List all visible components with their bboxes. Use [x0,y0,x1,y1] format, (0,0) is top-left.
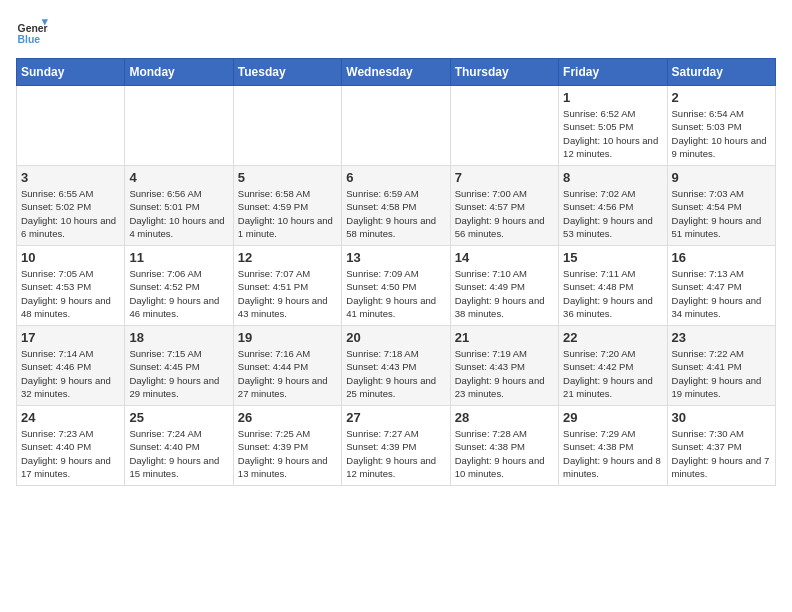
day-info: Sunrise: 7:02 AM Sunset: 4:56 PM Dayligh… [563,187,662,240]
day-number: 19 [238,330,337,345]
calendar-cell: 26Sunrise: 7:25 AM Sunset: 4:39 PM Dayli… [233,406,341,486]
calendar-cell: 22Sunrise: 7:20 AM Sunset: 4:42 PM Dayli… [559,326,667,406]
calendar-cell [125,86,233,166]
calendar-cell: 27Sunrise: 7:27 AM Sunset: 4:39 PM Dayli… [342,406,450,486]
weekday-header-row: SundayMondayTuesdayWednesdayThursdayFrid… [17,59,776,86]
day-info: Sunrise: 7:27 AM Sunset: 4:39 PM Dayligh… [346,427,445,480]
day-number: 1 [563,90,662,105]
calendar-cell: 15Sunrise: 7:11 AM Sunset: 4:48 PM Dayli… [559,246,667,326]
week-row-3: 10Sunrise: 7:05 AM Sunset: 4:53 PM Dayli… [17,246,776,326]
day-info: Sunrise: 7:20 AM Sunset: 4:42 PM Dayligh… [563,347,662,400]
day-info: Sunrise: 7:24 AM Sunset: 4:40 PM Dayligh… [129,427,228,480]
day-info: Sunrise: 7:07 AM Sunset: 4:51 PM Dayligh… [238,267,337,320]
weekday-header-sunday: Sunday [17,59,125,86]
calendar-cell: 1Sunrise: 6:52 AM Sunset: 5:05 PM Daylig… [559,86,667,166]
day-number: 14 [455,250,554,265]
day-info: Sunrise: 7:22 AM Sunset: 4:41 PM Dayligh… [672,347,771,400]
calendar-cell: 14Sunrise: 7:10 AM Sunset: 4:49 PM Dayli… [450,246,558,326]
day-info: Sunrise: 7:00 AM Sunset: 4:57 PM Dayligh… [455,187,554,240]
day-info: Sunrise: 7:18 AM Sunset: 4:43 PM Dayligh… [346,347,445,400]
day-info: Sunrise: 7:14 AM Sunset: 4:46 PM Dayligh… [21,347,120,400]
day-info: Sunrise: 7:19 AM Sunset: 4:43 PM Dayligh… [455,347,554,400]
weekday-header-friday: Friday [559,59,667,86]
calendar-cell: 25Sunrise: 7:24 AM Sunset: 4:40 PM Dayli… [125,406,233,486]
day-info: Sunrise: 7:03 AM Sunset: 4:54 PM Dayligh… [672,187,771,240]
day-number: 10 [21,250,120,265]
day-number: 26 [238,410,337,425]
day-info: Sunrise: 6:52 AM Sunset: 5:05 PM Dayligh… [563,107,662,160]
calendar-cell: 28Sunrise: 7:28 AM Sunset: 4:38 PM Dayli… [450,406,558,486]
calendar-cell: 13Sunrise: 7:09 AM Sunset: 4:50 PM Dayli… [342,246,450,326]
calendar-cell: 2Sunrise: 6:54 AM Sunset: 5:03 PM Daylig… [667,86,775,166]
day-info: Sunrise: 7:23 AM Sunset: 4:40 PM Dayligh… [21,427,120,480]
day-info: Sunrise: 7:09 AM Sunset: 4:50 PM Dayligh… [346,267,445,320]
week-row-5: 24Sunrise: 7:23 AM Sunset: 4:40 PM Dayli… [17,406,776,486]
week-row-4: 17Sunrise: 7:14 AM Sunset: 4:46 PM Dayli… [17,326,776,406]
calendar-cell: 10Sunrise: 7:05 AM Sunset: 4:53 PM Dayli… [17,246,125,326]
day-number: 6 [346,170,445,185]
weekday-header-tuesday: Tuesday [233,59,341,86]
calendar-cell [342,86,450,166]
calendar-cell: 11Sunrise: 7:06 AM Sunset: 4:52 PM Dayli… [125,246,233,326]
week-row-2: 3Sunrise: 6:55 AM Sunset: 5:02 PM Daylig… [17,166,776,246]
calendar-cell: 20Sunrise: 7:18 AM Sunset: 4:43 PM Dayli… [342,326,450,406]
day-info: Sunrise: 7:15 AM Sunset: 4:45 PM Dayligh… [129,347,228,400]
calendar-cell [233,86,341,166]
header: General Blue [16,16,776,48]
day-info: Sunrise: 7:29 AM Sunset: 4:38 PM Dayligh… [563,427,662,480]
day-number: 28 [455,410,554,425]
calendar-cell: 4Sunrise: 6:56 AM Sunset: 5:01 PM Daylig… [125,166,233,246]
logo-icon: General Blue [16,16,48,48]
day-info: Sunrise: 7:30 AM Sunset: 4:37 PM Dayligh… [672,427,771,480]
weekday-header-wednesday: Wednesday [342,59,450,86]
day-number: 16 [672,250,771,265]
day-number: 9 [672,170,771,185]
calendar-cell: 6Sunrise: 6:59 AM Sunset: 4:58 PM Daylig… [342,166,450,246]
day-info: Sunrise: 6:55 AM Sunset: 5:02 PM Dayligh… [21,187,120,240]
calendar-cell: 17Sunrise: 7:14 AM Sunset: 4:46 PM Dayli… [17,326,125,406]
calendar-cell: 19Sunrise: 7:16 AM Sunset: 4:44 PM Dayli… [233,326,341,406]
week-row-1: 1Sunrise: 6:52 AM Sunset: 5:05 PM Daylig… [17,86,776,166]
calendar-cell: 9Sunrise: 7:03 AM Sunset: 4:54 PM Daylig… [667,166,775,246]
weekday-header-thursday: Thursday [450,59,558,86]
day-number: 5 [238,170,337,185]
calendar-cell: 3Sunrise: 6:55 AM Sunset: 5:02 PM Daylig… [17,166,125,246]
logo: General Blue [16,16,48,48]
day-info: Sunrise: 7:11 AM Sunset: 4:48 PM Dayligh… [563,267,662,320]
day-number: 13 [346,250,445,265]
day-number: 27 [346,410,445,425]
weekday-header-saturday: Saturday [667,59,775,86]
day-number: 24 [21,410,120,425]
calendar-cell: 18Sunrise: 7:15 AM Sunset: 4:45 PM Dayli… [125,326,233,406]
day-number: 3 [21,170,120,185]
calendar-cell: 30Sunrise: 7:30 AM Sunset: 4:37 PM Dayli… [667,406,775,486]
day-info: Sunrise: 6:56 AM Sunset: 5:01 PM Dayligh… [129,187,228,240]
day-info: Sunrise: 7:05 AM Sunset: 4:53 PM Dayligh… [21,267,120,320]
calendar-cell [17,86,125,166]
day-number: 20 [346,330,445,345]
day-number: 4 [129,170,228,185]
day-number: 21 [455,330,554,345]
calendar-cell: 16Sunrise: 7:13 AM Sunset: 4:47 PM Dayli… [667,246,775,326]
calendar-cell: 7Sunrise: 7:00 AM Sunset: 4:57 PM Daylig… [450,166,558,246]
svg-text:Blue: Blue [18,34,41,45]
day-number: 2 [672,90,771,105]
day-number: 22 [563,330,662,345]
day-info: Sunrise: 7:06 AM Sunset: 4:52 PM Dayligh… [129,267,228,320]
calendar-table: SundayMondayTuesdayWednesdayThursdayFrid… [16,58,776,486]
day-number: 30 [672,410,771,425]
day-number: 11 [129,250,228,265]
day-number: 25 [129,410,228,425]
calendar-cell: 21Sunrise: 7:19 AM Sunset: 4:43 PM Dayli… [450,326,558,406]
day-number: 7 [455,170,554,185]
weekday-header-monday: Monday [125,59,233,86]
day-info: Sunrise: 6:58 AM Sunset: 4:59 PM Dayligh… [238,187,337,240]
day-number: 8 [563,170,662,185]
calendar-cell: 24Sunrise: 7:23 AM Sunset: 4:40 PM Dayli… [17,406,125,486]
calendar-cell: 5Sunrise: 6:58 AM Sunset: 4:59 PM Daylig… [233,166,341,246]
svg-text:General: General [18,23,48,34]
day-info: Sunrise: 7:16 AM Sunset: 4:44 PM Dayligh… [238,347,337,400]
calendar-cell: 29Sunrise: 7:29 AM Sunset: 4:38 PM Dayli… [559,406,667,486]
calendar-cell: 8Sunrise: 7:02 AM Sunset: 4:56 PM Daylig… [559,166,667,246]
calendar-cell: 23Sunrise: 7:22 AM Sunset: 4:41 PM Dayli… [667,326,775,406]
